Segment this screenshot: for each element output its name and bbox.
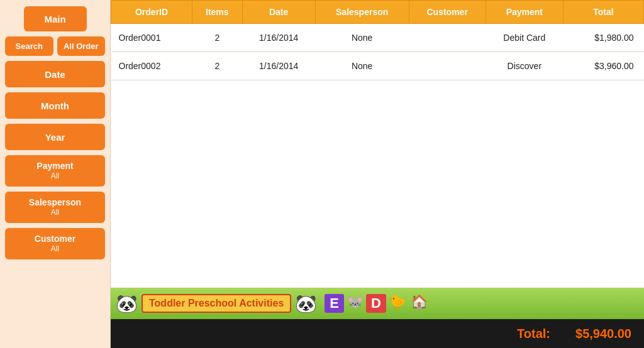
block-d: D <box>366 294 386 313</box>
empty-area <box>111 80 644 288</box>
banner-blocks: E 🐭 D 🐤 🏠 <box>325 294 428 313</box>
panda-right-icon: 🐼 <box>295 293 317 314</box>
cell-items: 2 <box>192 52 243 80</box>
col-total: Total <box>563 1 643 24</box>
cell-payment: Debit Card <box>486 24 563 52</box>
payment-label: Payment <box>36 160 73 171</box>
customer-sub-label: All <box>51 244 59 254</box>
total-value: $5,940.00 <box>575 327 631 341</box>
preschool-banner: 🐼 Toddler Preschool Activities 🐼 E 🐭 D 🐤… <box>111 288 644 319</box>
main-button[interactable]: Main <box>24 6 87 31</box>
cell-payment: Discover <box>486 52 563 80</box>
cell-date: 1/16/2014 <box>242 52 315 80</box>
cell-date: 1/16/2014 <box>242 24 315 52</box>
banner-content: 🐼 Toddler Preschool Activities 🐼 E 🐭 D 🐤… <box>111 293 433 314</box>
main-content: OrderID Items Date Salesperson Customer … <box>110 0 644 348</box>
search-allorder-row: Search All Order <box>5 36 105 56</box>
house-icon: 🏠 <box>411 294 428 313</box>
cell-salesperson: None <box>315 24 409 52</box>
cell-customer <box>409 24 486 52</box>
payment-sub-label: All <box>51 171 59 182</box>
col-salesperson: Salesperson <box>315 1 409 24</box>
salesperson-sub-label: All <box>51 208 59 218</box>
search-button[interactable]: Search <box>5 36 53 56</box>
cell-order-id: Order0002 <box>111 52 192 80</box>
mouse-icon: 🐭 <box>347 294 364 313</box>
cell-total: $1,980.00 <box>563 24 643 52</box>
bird-icon: 🐤 <box>389 294 406 313</box>
banner-text: Toddler Preschool Activities <box>142 294 291 313</box>
all-order-button[interactable]: All Order <box>57 36 106 56</box>
panda-left-icon: 🐼 <box>116 293 138 314</box>
cell-items: 2 <box>192 24 243 52</box>
sidebar: Main Search All Order Date Month Year Pa… <box>0 0 110 348</box>
payment-button[interactable]: Payment All <box>5 155 105 187</box>
cell-salesperson: None <box>315 52 409 80</box>
date-button[interactable]: Date <box>5 61 105 87</box>
month-button[interactable]: Month <box>5 92 105 119</box>
orders-table: OrderID Items Date Salesperson Customer … <box>111 0 644 80</box>
block-e: E <box>325 294 344 313</box>
cell-order-id: Order0001 <box>111 24 192 52</box>
customer-button[interactable]: Customer All <box>5 228 105 259</box>
cell-customer <box>409 52 486 80</box>
table-row[interactable]: Order0001 2 1/16/2014 None Debit Card $1… <box>111 24 644 52</box>
footer-total: Total: $5,940.00 <box>111 319 644 348</box>
salesperson-label: Salesperson <box>29 197 81 208</box>
col-order-id: OrderID <box>111 1 192 24</box>
col-items: Items <box>192 1 243 24</box>
total-label: Total: <box>517 327 550 341</box>
table-row[interactable]: Order0002 2 1/16/2014 None Discover $3,9… <box>111 52 644 80</box>
customer-label: Customer <box>35 233 75 244</box>
cell-total: $3,960.00 <box>563 52 643 80</box>
col-payment: Payment <box>486 1 563 24</box>
year-button[interactable]: Year <box>5 124 105 150</box>
col-date: Date <box>242 1 315 24</box>
col-customer: Customer <box>409 1 486 24</box>
salesperson-button[interactable]: Salesperson All <box>5 192 105 223</box>
